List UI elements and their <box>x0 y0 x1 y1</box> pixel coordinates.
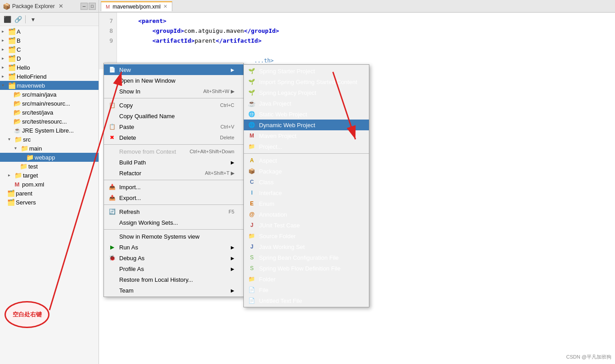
submenu-label-static-web: Static Web Project <box>259 111 307 118</box>
submenu-item-import-spring[interactable]: 🌱Import Spring Getting Started Content <box>244 76 369 87</box>
minimize-button[interactable]: ─ <box>81 3 88 10</box>
submenu-item-project[interactable]: 📁Project... <box>244 141 369 152</box>
submenu-item-spring-legacy[interactable]: 🌱Spring Legacy Project <box>244 87 369 98</box>
submenu-item-enum[interactable]: EEnum <box>244 198 369 209</box>
folder-icon: 📁 <box>20 163 27 170</box>
submenu-item-dynamic-web[interactable]: 🌐Dynamic Web Project <box>244 120 369 130</box>
pom-xml-tab[interactable]: M mavenweb/pom.xml ✕ <box>101 1 172 11</box>
menu-item-run-as[interactable]: ▶Run As▶ <box>104 242 243 253</box>
menu-item-remove-context[interactable]: Remove from ContextCtrl+Alt+Shift+Down <box>104 146 243 157</box>
xml-icon: M <box>13 181 21 188</box>
submenu-item-spring-bean-config[interactable]: SSpring Bean Configuration File <box>244 252 369 263</box>
project-icon: 🗂️ <box>8 37 15 44</box>
submenu-item-package[interactable]: 📦Package <box>244 166 369 177</box>
project-icon: 🗂️ <box>8 82 15 89</box>
project-new-icon: 📁 <box>247 143 256 150</box>
tree-item-mavenweb[interactable]: ▾🗂️mavenweb <box>0 81 99 90</box>
panel-controls: ─ □ <box>81 3 96 10</box>
menu-item-show-remote[interactable]: Show in Remote Systems view <box>104 231 243 242</box>
tree-item-B[interactable]: ▸🗂️B <box>0 36 99 45</box>
tree-item-src-test-java[interactable]: 📂src/test/java <box>0 108 99 117</box>
tree-item-target[interactable]: ▸📁target <box>0 171 99 180</box>
tree-item-src-main-java[interactable]: 📂src/main/java <box>0 90 99 99</box>
context-menu: 📄New▶🌱Spring Starter Project🌱Import Spri… <box>103 63 244 297</box>
submenu-item-aspect[interactable]: AAspect <box>244 155 369 166</box>
tree-item-Hello[interactable]: ▸🗂️Hello <box>0 63 99 72</box>
view-menu-icon[interactable]: ▾ <box>28 15 37 24</box>
menu-icon-build-path <box>108 159 117 166</box>
menu-item-new[interactable]: 📄New▶🌱Spring Starter Project🌱Import Spri… <box>104 64 243 75</box>
submenu-item-junit-test[interactable]: JJUnit Test Case <box>244 220 369 231</box>
submenu-item-folder[interactable]: 📁Folder <box>244 274 369 284</box>
tree-item-pom.xml[interactable]: Mpom.xml <box>0 180 99 189</box>
menu-item-profile-as[interactable]: Profile As▶ <box>104 263 243 274</box>
menu-item-assign-working[interactable]: Assign Working Sets... <box>104 217 243 228</box>
tree-item-label: src/test/resourc... <box>22 118 67 125</box>
tree-item-D[interactable]: ▸🗂️D <box>0 54 99 63</box>
tree-item-C[interactable]: ▸🗂️C <box>0 45 99 54</box>
tree-item-src[interactable]: ▾📁src <box>0 135 99 144</box>
project-icon: 🗂️ <box>8 28 15 35</box>
tree-item-A[interactable]: ▸🗂️A <box>0 27 99 36</box>
submenu-item-annotation[interactable]: @Annotation <box>244 209 369 220</box>
menu-item-build-path[interactable]: Build Path▶ <box>104 157 243 168</box>
menu-item-delete[interactable]: ✖DeleteDelete <box>104 132 243 143</box>
submenu-label-spring-starter: Spring Starter Project <box>259 68 315 75</box>
spring-config-icon: S <box>247 265 256 272</box>
menu-item-show-in[interactable]: Show InAlt+Shift+W ▶ <box>104 86 243 97</box>
tree-item-src-test-resources[interactable]: 📂src/test/resourc... <box>0 117 99 126</box>
web-icon: 🌐 <box>247 111 256 118</box>
tree-item-test[interactable]: 📁test <box>0 162 99 171</box>
submenu-item-java-working-set[interactable]: JJava Working Set <box>244 241 369 252</box>
folder-icon: 📁 <box>21 145 28 152</box>
folder-icon: 📁 <box>247 232 256 240</box>
annotation-circle: 空白处右键 <box>4 301 49 328</box>
menu-icon-assign-working <box>108 219 117 226</box>
tree-item-jre[interactable]: ☕JRE System Libre... <box>0 126 99 135</box>
menu-label-assign-working: Assign Working Sets... <box>119 219 234 226</box>
submenu-item-spring-web-flow[interactable]: SSpring Web Flow Definition File <box>244 263 369 274</box>
submenu-item-untitled-text[interactable]: 📄Untitled Text File <box>244 295 369 306</box>
menu-item-export[interactable]: 📤Export... <box>104 192 243 203</box>
import-icon: 📥 <box>108 183 117 191</box>
panel-header: 📦 Package Explorer ✕ ─ □ <box>0 0 99 13</box>
menu-item-team[interactable]: Team▶ <box>104 285 243 296</box>
menu-item-copy-qualified[interactable]: Copy Qualified Name <box>104 111 243 121</box>
menu-arrow-profile-as: ▶ <box>231 266 234 271</box>
menu-label-debug-as: Debug As <box>119 255 226 262</box>
tree-item-parent[interactable]: 🗂️parent <box>0 189 99 198</box>
folder-icon: 📁 <box>14 172 22 179</box>
menu-label-restore-history: Restore from Local History... <box>119 276 234 283</box>
submenu-label-file: File <box>259 287 269 293</box>
tree-item-main[interactable]: ▾📁main <box>0 144 99 153</box>
maximize-button[interactable]: □ <box>89 3 96 10</box>
submenu-item-class[interactable]: CClass <box>244 177 369 187</box>
link-editor-icon[interactable]: 🔗 <box>13 15 22 24</box>
tab-close-icon[interactable]: ✕ <box>163 4 167 9</box>
submenu-item-maven-project[interactable]: MMaven Project <box>244 130 369 141</box>
submenu-item-file[interactable]: 📄File <box>244 284 369 295</box>
tree-item-HelloFriend[interactable]: ▸🗂️HelloFriend <box>0 72 99 81</box>
menu-item-import[interactable]: 📥Import... <box>104 182 243 192</box>
submenu-item-static-web[interactable]: 🌐Static Web Project <box>244 109 369 120</box>
spring-icon: 🌱 <box>247 78 256 85</box>
panel-close-button[interactable]: ✕ <box>58 3 63 9</box>
submenu-item-java-project[interactable]: ☕Java Project <box>244 98 369 109</box>
submenu-item-source-folder[interactable]: 📁Source Folder <box>244 231 369 241</box>
src-icon: 📂 <box>13 91 21 98</box>
menu-item-debug-as[interactable]: 🐞Debug As▶ <box>104 253 243 263</box>
tree-item-webapp[interactable]: 📁webapp <box>0 153 99 162</box>
menu-item-paste[interactable]: 📋PasteCtrl+V <box>104 121 243 132</box>
tree-item-src-main-resources[interactable]: 📂src/main/resourc... <box>0 99 99 108</box>
submenu-label-spring-bean-config: Spring Bean Configuration File <box>259 254 339 261</box>
menu-item-open-new-window[interactable]: Open in New Window <box>104 75 243 86</box>
submenu-item-spring-starter[interactable]: 🌱Spring Starter Project <box>244 66 369 76</box>
submenu-item-interface[interactable]: IInterface <box>244 187 369 198</box>
collapse-all-icon[interactable]: ⬛ <box>3 15 12 24</box>
menu-item-restore-history[interactable]: Restore from Local History... <box>104 274 243 285</box>
menu-item-refactor[interactable]: RefactorAlt+Shift+T ▶ <box>104 168 243 178</box>
tree-item-Servers[interactable]: 🗂️Servers <box>0 198 99 207</box>
menu-item-refresh[interactable]: 🔄RefreshF5 <box>104 206 243 217</box>
menu-label-refactor: Refactor <box>119 170 192 177</box>
menu-item-copy[interactable]: 📋CopyCtrl+C <box>104 100 243 111</box>
